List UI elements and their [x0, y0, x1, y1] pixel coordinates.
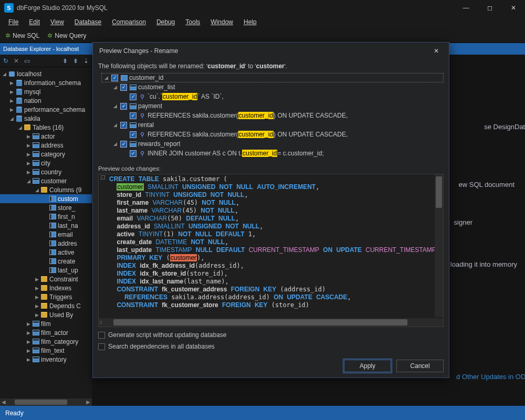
checkbox[interactable]	[120, 141, 127, 148]
database-node[interactable]: ▶mysql	[0, 87, 92, 96]
object-detail[interactable]: REFERENCES sakila.customer(customer_id) …	[128, 111, 444, 120]
database-node[interactable]: ▶performance_schema	[0, 105, 92, 114]
menu-window[interactable]: Window	[205, 17, 238, 27]
column-node[interactable]: create	[0, 257, 92, 266]
database-node[interactable]: ▶information_schema	[0, 78, 92, 87]
folder-node[interactable]: ▶Depends C	[0, 301, 92, 310]
checkbox[interactable]	[130, 112, 136, 119]
code-preview[interactable]: - CREATE TABLE sakila.customer ( custome…	[98, 174, 444, 327]
column-node[interactable]: custom	[0, 194, 92, 203]
tables-folder[interactable]: ◢Tables (16)	[0, 123, 92, 132]
database-node[interactable]: ◢sakila	[0, 114, 92, 123]
table-node[interactable]: ▶actor	[0, 132, 92, 141]
maximize-button[interactable]: ◻	[478, 0, 501, 16]
checkbox[interactable]	[111, 75, 118, 81]
delete-icon[interactable]: ✕	[13, 56, 20, 66]
checkbox[interactable]	[130, 131, 136, 138]
checkbox[interactable]	[130, 93, 136, 100]
table-node[interactable]: ▶inventory	[0, 355, 92, 364]
new-query-icon: ✲	[47, 32, 52, 39]
column-node[interactable]: last_up	[0, 266, 92, 275]
object-item[interactable]: ◢rental	[112, 120, 444, 130]
checkbox[interactable]	[120, 84, 127, 91]
bg-link[interactable]: d Other Updates in ODB	[456, 373, 525, 381]
checkbox[interactable]	[98, 343, 105, 350]
menu-comparison[interactable]: Comparison	[107, 17, 151, 27]
column-node[interactable]: store_	[0, 203, 92, 212]
menu-file[interactable]: File	[3, 17, 24, 27]
affected-objects-tree[interactable]: ◢customer_id ◢customer_list `cu`.`custom…	[98, 72, 444, 161]
menu-help[interactable]: Help	[238, 17, 262, 27]
object-detail[interactable]: `cu`.`customer_id` AS `ID`,	[128, 92, 444, 101]
object-item[interactable]: ◢customer_list	[112, 82, 444, 92]
code-scrollbar-v[interactable]	[435, 174, 443, 317]
filter-icon[interactable]: ⇟	[61, 56, 69, 66]
bg-text: ew SQL document	[459, 181, 514, 188]
table-icon	[129, 121, 136, 129]
table-node[interactable]: ▶city	[0, 159, 92, 167]
opt-generate-script[interactable]: Generate script without updating databas…	[98, 331, 444, 339]
checkbox[interactable]	[98, 332, 105, 339]
table-node[interactable]: ▶film_category	[0, 337, 92, 346]
explorer-toolbar: ↻ ✕ ▭ ⇟ ⇟ ⇣	[0, 55, 92, 67]
dialog-message: The following objects will be renamed: '…	[98, 62, 444, 70]
table-node[interactable]: ▶film_text	[0, 346, 92, 355]
minimize-button[interactable]: —	[454, 0, 478, 16]
close-button[interactable]: ✕	[501, 0, 525, 16]
menu-tools[interactable]: Tools	[180, 17, 205, 27]
opt-search-deps[interactable]: Search dependencies in all databases	[98, 343, 444, 350]
object-root[interactable]: ◢customer_id	[101, 73, 444, 82]
table-node[interactable]: ▶country	[0, 167, 92, 176]
cancel-button[interactable]: Cancel	[396, 360, 444, 372]
column-node[interactable]: addres	[0, 239, 92, 248]
dialog-titlebar[interactable]: Preview Changes - Rename ✕	[93, 43, 449, 59]
pin-icon[interactable]: ⇟	[72, 56, 79, 66]
database-node[interactable]: ▶nation	[0, 96, 92, 105]
status-text: Ready	[5, 410, 24, 417]
menu-database[interactable]: Database	[69, 17, 107, 27]
table-node[interactable]: ▶category	[0, 150, 92, 159]
bg-text: signer	[454, 218, 472, 226]
new-sql-button[interactable]: ✲New SQL	[2, 31, 43, 40]
explorer-tree[interactable]: ◢localhost ▶information_schema ▶mysql ▶n…	[0, 67, 92, 366]
split-handle-icon[interactable]: ⁝⁝	[99, 318, 103, 327]
table-icon	[120, 74, 128, 81]
folder-node[interactable]: ▶Constraint	[0, 275, 92, 284]
object-item[interactable]: ◢payment	[112, 101, 444, 111]
apply-button[interactable]: Apply	[344, 360, 391, 372]
table-node[interactable]: ◢customer	[0, 176, 92, 185]
table-node[interactable]: ▶film_actor	[0, 328, 92, 337]
object-item[interactable]: ◢rewards_report	[112, 139, 444, 149]
table-node[interactable]: ▶address	[0, 141, 92, 150]
object-detail[interactable]: INNER JOIN customer AS c ON t.customer_i…	[128, 149, 444, 158]
checkbox[interactable]	[130, 150, 136, 157]
folder-node[interactable]: ▶Triggers	[0, 292, 92, 301]
window-icon[interactable]: ▭	[23, 56, 31, 66]
code-content: CREATE TABLE sakila.customer ( customer …	[109, 175, 435, 317]
checkbox[interactable]	[120, 103, 127, 110]
menu-edit[interactable]: Edit	[24, 17, 45, 27]
column-node[interactable]: last_na	[0, 221, 92, 230]
reference-icon	[139, 112, 146, 119]
folder-node[interactable]: ▶Indexes	[0, 284, 92, 292]
code-scrollbar-h[interactable]: ⁝⁝	[99, 318, 443, 327]
new-query-button[interactable]: ✲New Query	[44, 31, 89, 40]
menu-debug[interactable]: Debug	[151, 17, 180, 27]
code-gutter: -	[99, 174, 108, 317]
folder-node[interactable]: ▶Used By	[0, 310, 92, 319]
reference-icon	[139, 93, 146, 100]
columns-folder[interactable]: ◢Columns (9	[0, 185, 92, 194]
reference-icon	[139, 150, 146, 157]
object-detail[interactable]: REFERENCES sakila.customer(customer_id) …	[128, 130, 444, 139]
server-node[interactable]: ◢localhost	[0, 69, 92, 78]
refresh-icon[interactable]: ↻	[2, 56, 9, 66]
options-icon[interactable]: ⇣	[82, 56, 90, 66]
column-node[interactable]: email	[0, 230, 92, 239]
column-node[interactable]: active	[0, 248, 92, 257]
table-node[interactable]: ▶film	[0, 319, 92, 328]
explorer-scrollbar[interactable]: ◄►	[0, 398, 92, 406]
menu-view[interactable]: View	[45, 17, 69, 27]
column-node[interactable]: first_n	[0, 212, 92, 221]
checkbox[interactable]	[120, 122, 127, 129]
dialog-close-button[interactable]: ✕	[430, 45, 443, 57]
